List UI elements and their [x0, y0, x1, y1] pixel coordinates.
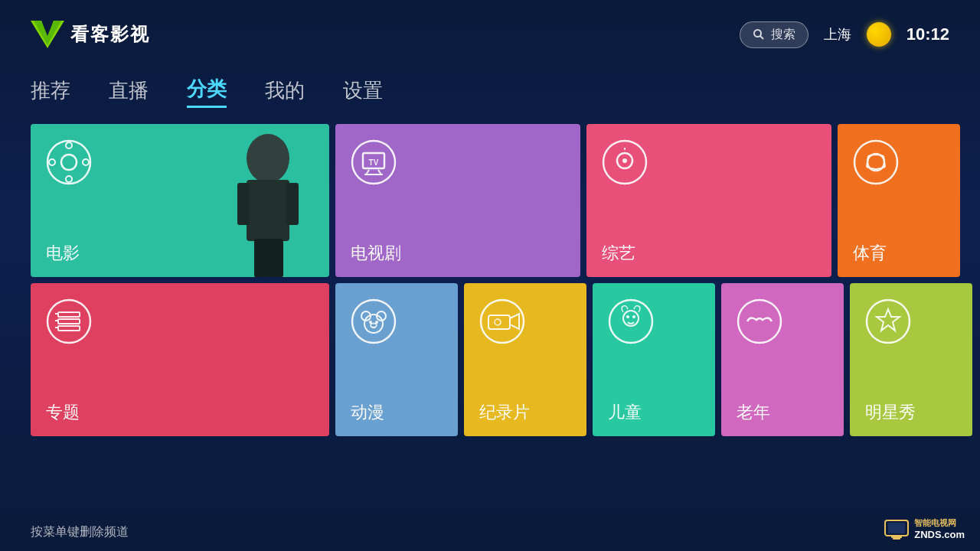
svg-point-37 [352, 300, 395, 343]
svg-text:TV: TV [369, 158, 379, 167]
city-label: 上海 [824, 25, 851, 44]
sports-label: 体育 [853, 242, 887, 265]
svg-point-48 [609, 300, 652, 343]
card-sports[interactable]: 体育 [838, 124, 960, 277]
svg-point-10 [247, 134, 289, 183]
svg-rect-12 [237, 183, 250, 225]
mic-icon [602, 139, 648, 185]
svg-rect-45 [488, 315, 510, 329]
ball-icon [853, 139, 899, 185]
znds-logo: 智能电视网 ZNDS.com [882, 514, 965, 543]
svg-point-9 [83, 159, 89, 165]
grid-container: 电影 TV 电视剧 综艺 [0, 115, 980, 436]
movie-label: 电影 [46, 242, 80, 265]
svg-rect-32 [58, 319, 80, 324]
camera-icon [479, 298, 525, 344]
svg-point-30 [47, 300, 90, 343]
mustache-icon [737, 298, 782, 344]
svg-marker-46 [510, 314, 519, 329]
footer: 按菜单键删除频道 智能电视网 ZNDS.com [0, 513, 980, 551]
tvdrama-label: 电视剧 [351, 242, 401, 265]
layers-icon [46, 298, 92, 344]
special-label: 专题 [46, 401, 80, 424]
footer-hint: 按菜单键删除频道 [31, 524, 129, 540]
star-icon [865, 298, 911, 344]
svg-point-2 [754, 30, 761, 37]
tv-icon: TV [351, 139, 397, 185]
svg-point-51 [632, 315, 635, 318]
znds-tv-icon [882, 514, 911, 543]
card-anime[interactable]: 动漫 [335, 283, 458, 436]
gold-coin-icon [867, 22, 891, 47]
bear-icon [351, 298, 397, 344]
svg-point-47 [495, 319, 501, 325]
card-documentary[interactable]: 纪录片 [464, 283, 586, 436]
children-label: 儿童 [608, 401, 642, 424]
logo-area: 看客影视 [31, 21, 150, 48]
svg-point-43 [371, 324, 377, 328]
search-icon [753, 28, 765, 41]
svg-point-26 [854, 141, 897, 184]
card-tvdrama[interactable]: TV 电视剧 [335, 124, 580, 277]
svg-point-5 [61, 155, 77, 170]
search-box[interactable]: 搜索 [740, 21, 808, 48]
svg-point-4 [47, 141, 90, 184]
svg-rect-15 [268, 239, 283, 277]
card-special[interactable]: 专题 [31, 283, 329, 436]
nav-bar: 推荐 直播 分类 我的 设置 [0, 69, 980, 115]
elderly-label: 老年 [737, 401, 770, 424]
svg-rect-58 [891, 536, 902, 538]
svg-rect-33 [58, 326, 80, 331]
svg-rect-13 [286, 183, 299, 225]
nav-item-live[interactable]: 直播 [109, 77, 149, 107]
svg-point-44 [481, 300, 524, 343]
card-movie[interactable]: 电影 [31, 124, 329, 277]
svg-point-7 [66, 176, 72, 182]
svg-point-50 [626, 315, 629, 318]
svg-point-24 [622, 158, 627, 163]
card-children[interactable]: 儿童 [593, 283, 715, 436]
svg-marker-54 [877, 309, 900, 331]
documentary-label: 纪录片 [479, 401, 530, 424]
card-variety[interactable]: 综艺 [586, 124, 831, 277]
search-label: 搜索 [771, 27, 795, 43]
svg-line-3 [760, 36, 763, 39]
svg-marker-1 [34, 21, 61, 45]
svg-point-53 [867, 300, 910, 343]
nav-item-recommend[interactable]: 推荐 [31, 77, 70, 107]
svg-point-8 [49, 159, 55, 165]
svg-rect-11 [247, 180, 289, 241]
grid-row2: 专题 动漫 纪录片 [31, 283, 949, 436]
nav-item-settings[interactable]: 设置 [343, 77, 383, 107]
nav-item-mine[interactable]: 我的 [265, 77, 305, 107]
header-right: 搜索 上海 10:12 [740, 21, 949, 48]
film-icon [46, 139, 92, 185]
svg-rect-56 [888, 523, 905, 533]
anime-label: 动漫 [351, 401, 384, 424]
nav-item-category[interactable]: 分类 [187, 76, 227, 108]
variety-label: 综艺 [602, 242, 635, 265]
header: 看客影视 搜索 上海 10:12 [0, 0, 980, 69]
svg-rect-14 [254, 239, 270, 277]
znds-text: 智能电视网 ZNDS.com [914, 517, 965, 540]
time-display: 10:12 [906, 24, 949, 44]
znds-bottom-text: ZNDS.com [914, 529, 965, 540]
card-starshow[interactable]: 明星秀 [850, 283, 972, 436]
svg-rect-31 [58, 312, 80, 317]
logo-text: 看客影视 [70, 22, 150, 47]
child-icon [608, 298, 654, 344]
svg-point-52 [738, 300, 781, 343]
logo-icon [31, 21, 64, 48]
grid-row1: 电影 TV 电视剧 综艺 [31, 124, 949, 277]
znds-top-text: 智能电视网 [914, 517, 956, 529]
card-elderly[interactable]: 老年 [721, 283, 844, 436]
svg-point-6 [66, 142, 72, 148]
starshow-label: 明星秀 [865, 401, 916, 424]
